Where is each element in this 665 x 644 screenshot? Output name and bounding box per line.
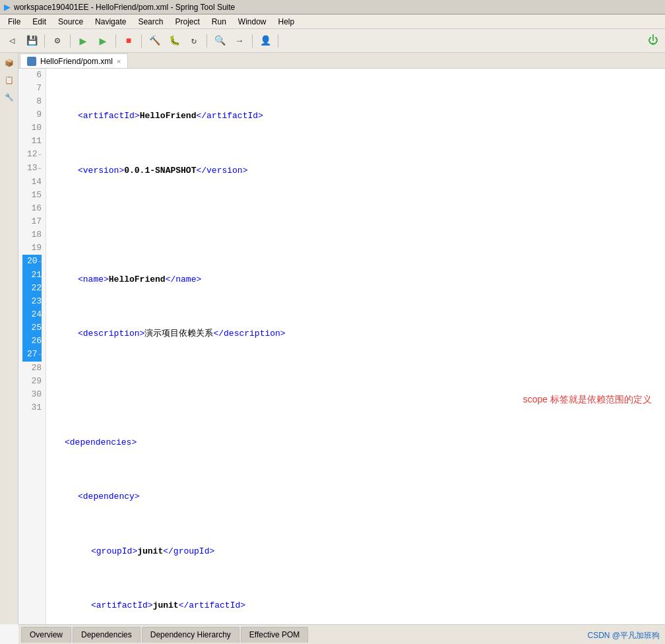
- sidebar-icon-2[interactable]: 📋: [2, 73, 16, 87]
- ln-22: 22: [22, 282, 42, 295]
- ln-8: 8: [22, 95, 42, 108]
- toolbar: ◁ 💾 ⚙ ▶ ▶ ■ 🔨 🐛 ↻ 🔍 → 👤 ⏻: [0, 29, 665, 53]
- bottom-tab-dependency-hierarchy[interactable]: Dependency Hierarchy: [142, 627, 239, 643]
- toolbar-refresh-btn[interactable]: ↻: [185, 32, 203, 50]
- ln-25: 25: [22, 321, 42, 335]
- menu-run[interactable]: Run: [206, 16, 232, 28]
- watermark: CSDN @平凡加班狗: [587, 630, 660, 641]
- code-line-8: [51, 218, 660, 232]
- code-line-9: <name>HelloFriend</name>: [51, 273, 660, 286]
- code-line-7: <version>0.0.1-SNAPSHOT</version>: [51, 164, 660, 177]
- menu-navigate[interactable]: Navigate: [90, 16, 131, 28]
- toolbar-power-btn[interactable]: ⏻: [644, 32, 662, 50]
- bottom-tabs: Overview Dependencies Dependency Hierarc…: [18, 624, 665, 644]
- menu-help[interactable]: Help: [273, 16, 300, 28]
- ln-16: 16: [22, 202, 42, 215]
- window-title: workspace190401EE - HelloFriend/pom.xml …: [14, 3, 235, 12]
- ln-30: 30: [22, 388, 42, 401]
- sidebar-icon-3[interactable]: 🔧: [2, 90, 16, 104]
- ln-27: 27−: [22, 348, 42, 362]
- toolbar-save-btn[interactable]: 💾: [22, 32, 41, 50]
- ln-28: 28: [22, 362, 42, 375]
- menu-edit[interactable]: Edit: [27, 16, 51, 28]
- toolbar-sep4: [141, 34, 142, 48]
- ln-21: 21: [22, 269, 42, 282]
- menu-source[interactable]: Source: [53, 16, 88, 28]
- toolbar-run2-btn[interactable]: ▶: [94, 32, 112, 50]
- tab-file-icon: [27, 57, 36, 66]
- editor: 6 7 8 9 10 11 12− 13− 14 15 16 17 18 19 …: [18, 69, 665, 624]
- ln-29: 29: [22, 375, 42, 388]
- tab-label: HelloFriend/pom.xml: [40, 57, 113, 66]
- menu-search[interactable]: Search: [133, 16, 168, 28]
- tab-close-btn[interactable]: ×: [117, 57, 121, 65]
- toolbar-build-btn[interactable]: 🔨: [145, 32, 164, 50]
- bottom-tab-dependencies[interactable]: Dependencies: [73, 627, 141, 643]
- code-line-12: <dependencies>: [51, 436, 660, 449]
- ln-6: 6: [22, 69, 42, 82]
- code-line-13: <dependency>: [51, 490, 660, 503]
- bottom-tab-overview[interactable]: Overview: [21, 627, 71, 643]
- title-bar: ▶ workspace190401EE - HelloFriend/pom.xm…: [0, 0, 665, 15]
- ln-7: 7: [22, 82, 42, 95]
- ln-17: 17: [22, 215, 42, 228]
- annotation: scope 标签就是依赖范围的定义: [523, 392, 652, 406]
- toolbar-sep2: [70, 34, 71, 48]
- ln-15: 15: [22, 189, 42, 202]
- ln-19: 19: [22, 242, 42, 255]
- toolbar-search-btn[interactable]: 🔍: [210, 32, 229, 50]
- code-view: 6 7 8 9 10 11 12− 13− 14 15 16 17 18 19 …: [18, 69, 665, 624]
- toolbar-back-btn[interactable]: ◁: [3, 32, 21, 50]
- sidebar-icon-1[interactable]: 📦: [2, 55, 16, 70]
- code-line-15: <artifactId>junit</artifactId>: [51, 599, 660, 612]
- ln-31: 31: [22, 401, 42, 414]
- ln-26: 26: [22, 335, 42, 348]
- main-content: HelloFriend/pom.xml × 6 7 8 9 10 11 12− …: [18, 53, 665, 624]
- editor-tab[interactable]: HelloFriend/pom.xml ×: [20, 53, 128, 68]
- toolbar-sep5: [206, 34, 207, 48]
- menu-window[interactable]: Window: [233, 16, 272, 28]
- menu-bar: File Edit Source Navigate Search Project…: [0, 15, 665, 29]
- toolbar-sep7: [278, 34, 278, 48]
- left-sidebar: 📦 📋 🔧: [0, 53, 18, 624]
- menu-file[interactable]: File: [3, 16, 26, 28]
- ln-9: 9: [22, 108, 42, 121]
- ln-24: 24: [22, 308, 42, 321]
- tab-bar: HelloFriend/pom.xml ×: [18, 53, 665, 69]
- ln-23: 23: [22, 295, 42, 308]
- ln-20: 20−: [22, 255, 42, 269]
- annotation-text: scope 标签就是依赖范围的定义: [523, 394, 652, 404]
- bottom-tab-effective-pom[interactable]: Effective POM: [241, 627, 308, 643]
- ln-13: 13−: [22, 162, 42, 176]
- toolbar-sep1: [44, 34, 45, 48]
- ln-14: 14: [22, 176, 42, 189]
- code-line-10: <description>演示项目依赖关系</description>: [51, 327, 660, 340]
- menu-project[interactable]: Project: [170, 16, 205, 28]
- ln-10: 10: [22, 121, 42, 135]
- ln-12: 12−: [22, 148, 42, 162]
- code-content: <artifactId>HelloFriend</artifactId> <ve…: [46, 69, 665, 624]
- ln-11: 11: [22, 135, 42, 148]
- toolbar-settings-btn[interactable]: ⚙: [48, 32, 67, 50]
- code-line-6: <artifactId>HelloFriend</artifactId>: [51, 110, 660, 123]
- toolbar-run-btn[interactable]: ▶: [74, 32, 92, 50]
- ln-18: 18: [22, 228, 42, 242]
- toolbar-debug-btn[interactable]: 🐛: [165, 32, 183, 50]
- toolbar-arrow-btn[interactable]: →: [230, 32, 249, 50]
- code-line-14: <groupId>junit</groupId>: [51, 545, 660, 558]
- watermark-text: CSDN @平凡加班狗: [587, 631, 660, 640]
- toolbar-sep6: [252, 34, 253, 48]
- toolbar-user-btn[interactable]: 👤: [256, 32, 274, 50]
- toolbar-stop-btn[interactable]: ■: [119, 32, 138, 50]
- line-numbers: 6 7 8 9 10 11 12− 13− 14 15 16 17 18 19 …: [18, 69, 46, 624]
- toolbar-sep3: [115, 34, 116, 48]
- app-icon: ▶: [4, 3, 10, 12]
